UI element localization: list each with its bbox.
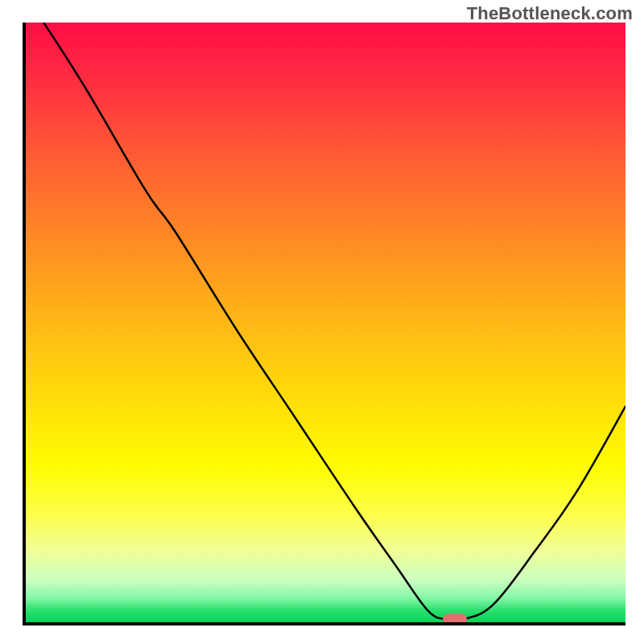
watermark-text: TheBottleneck.com: [467, 3, 633, 24]
chart-container: TheBottleneck.com: [0, 0, 644, 644]
plot-area: [23, 23, 625, 625]
optimal-marker: [443, 614, 467, 624]
bottleneck-curve: [26, 23, 625, 622]
